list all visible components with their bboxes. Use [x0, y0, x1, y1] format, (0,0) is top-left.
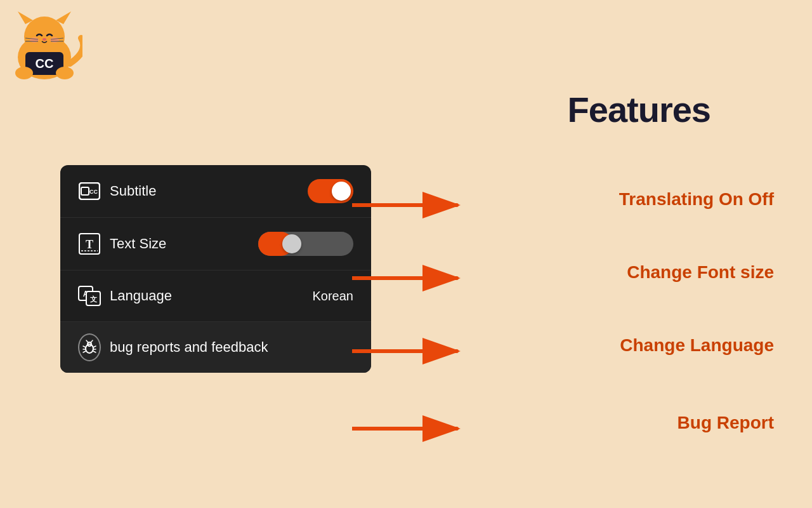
cat-logo: CC: [6, 6, 82, 83]
arrow-1: [352, 186, 466, 224]
svg-point-8: [43, 38, 46, 41]
svg-text:CC: CC: [89, 189, 98, 195]
subtitle-row-left: CC Subtitle: [78, 180, 156, 203]
feature-label-4: Bug Report: [678, 413, 774, 433]
bug-report-label: bug reports and feedback: [110, 339, 268, 356]
text-size-label: Text Size: [110, 236, 166, 252]
bug-icon: [78, 336, 101, 359]
slider-thumb: [282, 234, 301, 253]
language-label: Language: [110, 288, 172, 304]
svg-text:T: T: [86, 238, 93, 251]
language-row-left: A 文 Language: [78, 284, 172, 307]
svg-text:文: 文: [90, 295, 97, 303]
svg-point-15: [15, 67, 33, 79]
feature-label-3: Change Language: [620, 335, 774, 356]
subtitle-label: Subtitle: [110, 183, 156, 199]
language-row: A 文 Language Korean: [60, 271, 371, 322]
feature-label-2: Change Font size: [627, 262, 774, 283]
settings-panel: CC Subtitle T Text Size: [60, 165, 371, 373]
text-size-slider[interactable]: [258, 232, 353, 256]
svg-line-30: [91, 340, 93, 343]
svg-point-16: [56, 67, 74, 79]
feature-label-1: Translating On Off: [619, 189, 774, 210]
language-icon: A 文: [78, 284, 101, 307]
svg-point-7: [50, 37, 59, 43]
arrow-4: [352, 410, 466, 448]
cc-icon: CC: [78, 180, 101, 203]
svg-text:CC: CC: [36, 57, 54, 70]
arrow-3: [352, 332, 466, 370]
svg-point-1: [24, 17, 65, 57]
svg-point-6: [30, 37, 39, 43]
svg-line-33: [83, 351, 86, 352]
language-value[interactable]: Korean: [313, 289, 354, 304]
svg-line-34: [93, 346, 96, 347]
svg-line-36: [93, 351, 96, 352]
text-size-row: T Text Size: [60, 218, 371, 271]
svg-rect-18: [81, 187, 89, 195]
svg-line-29: [86, 340, 88, 343]
svg-line-31: [83, 346, 86, 347]
bug-report-row: bug reports and feedback: [60, 322, 371, 373]
subtitle-toggle[interactable]: [308, 179, 353, 203]
text-size-icon: T: [78, 232, 101, 255]
text-size-row-left: T Text Size: [78, 232, 166, 255]
features-heading: Features: [568, 89, 710, 130]
arrow-2: [352, 259, 466, 297]
subtitle-row: CC Subtitle: [60, 165, 371, 218]
toggle-thumb: [332, 182, 351, 201]
bug-report-row-left: bug reports and feedback: [78, 336, 268, 359]
